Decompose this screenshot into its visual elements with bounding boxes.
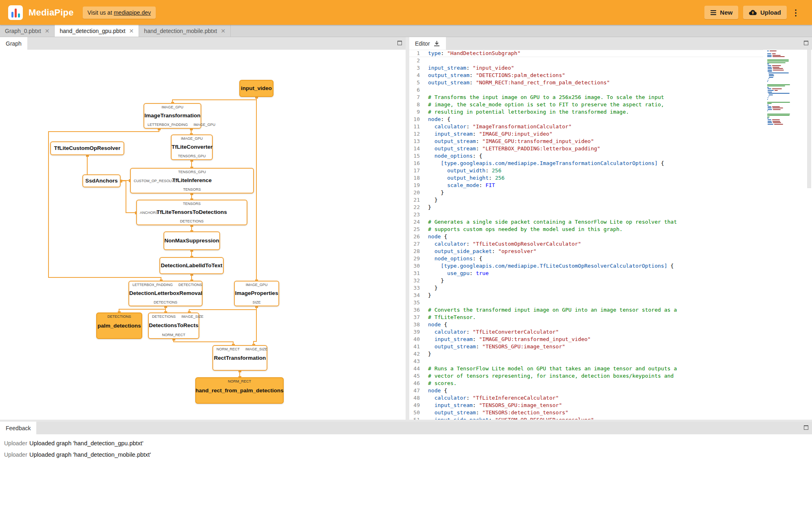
new-button[interactable]: New [704,6,738,19]
app-title: MediaPipe [29,7,74,18]
node-title: palm_detections [97,323,141,329]
line-number: 4 [409,72,428,79]
file-tab-hand-detection-mobile[interactable]: hand_detection_mobile.pbtxt ✕ [139,25,231,37]
line-number: 51 [409,416,428,420]
code-line: 14 output_stream: "LETTERBOX_PADDING:let… [409,145,763,152]
node-image-properties[interactable]: IMAGE_GPU ImageProperties SIZE [234,281,279,306]
download-icon[interactable] [433,40,440,47]
mediapipe-dev-link[interactable]: mediapipe.dev [114,9,151,16]
node-hand-rect-from-palm-detections[interactable]: NORM_RECT hand_rect_from_palm_detections [195,377,284,404]
code-line: 34} [409,292,763,299]
node-detection-label-id-to-text[interactable]: DetectionLabelIdToText [159,257,224,274]
code-line: 1type: "HandDetectionSubgraph" [409,50,763,57]
more-options-kebab-icon[interactable]: ⋮ [789,6,802,19]
port-label: IMAGE_SIZE [181,315,203,319]
minimap[interactable] [767,51,805,420]
close-tab-icon[interactable]: ✕ [221,28,225,34]
minimap-line [768,97,805,98]
code-line: 4output_stream: "DETECTIONS:palm_detecti… [409,72,763,79]
code-line: 35 [409,299,763,306]
minimap-line [767,61,805,62]
mediapipe-logo-icon [8,5,23,20]
minimap-line [767,53,805,54]
minimap-line [767,86,805,86]
line-number: 5 [409,79,428,86]
node-image-transformation[interactable]: IMAGE_GPU ImageTransformation LETTERBOX_… [143,103,201,129]
minimap-line [768,106,805,107]
line-number: 17 [409,167,428,174]
line-number: 15 [409,152,428,160]
port-label: DETECTIONS [154,300,177,304]
feedback-source: Uploader [4,451,29,458]
port-label: TENSORS [183,202,201,206]
code-line: 3input_stream: "input_video" [409,64,763,72]
editor-scrollbar[interactable] [806,50,812,420]
port-label: DETECTIONS [180,219,203,223]
minimap-line [768,90,805,91]
code-line: 9# resulting in potential letterboxing i… [409,108,763,116]
graph-canvas[interactable]: input_video IMAGE_GPU ImageTransformatio… [0,50,406,420]
node-tflite-custom-op-resolver[interactable]: TfLiteCustomOpResolver [50,141,124,155]
line-number: 46 [409,380,428,387]
minimap-line [769,75,805,76]
line-number: 7 [409,94,428,101]
maximize-icon[interactable] [804,425,808,430]
port-label: IMAGE_GPU [181,136,203,141]
file-tab-hand-detection-gpu[interactable]: hand_detection_gpu.pbtxt ✕ [55,25,139,37]
node-detections-to-rects[interactable]: DETECTIONS IMAGE_SIZE DetectionsToRects … [148,312,199,339]
vertical-splitter[interactable] [406,37,409,420]
minimap-line [768,71,805,72]
port-label: TENSORS [183,187,201,191]
node-ssd-anchors[interactable]: SsdAnchors [82,174,121,187]
port-label: NORM_RECT [216,347,240,351]
port-label: SIZE [252,300,260,304]
line-number: 38 [409,321,428,328]
minimap-line [768,124,805,125]
node-rect-transformation[interactable]: NORM_RECT IMAGE_SIZE RectTransformation [212,345,267,371]
code-line: 44# Runs a TensorFlow Lite model on GPU … [409,365,763,372]
line-number: 32 [409,277,428,284]
maximize-icon[interactable] [804,41,808,45]
line-number: 42 [409,350,428,358]
line-number: 29 [409,255,428,262]
node-tflite-inference[interactable]: TENSORS_GPU CUSTOM_OP_RESOLVER TfLiteInf… [130,168,254,194]
code-editor[interactable]: 1type: "HandDetectionSubgraph"23input_st… [409,50,812,420]
code-line: 37# TfLiteTensor. [409,314,763,321]
feedback-panel: Uploader Uploaded graph 'hand_detection_… [0,434,812,506]
port-label: NORM_RECT [228,379,251,383]
file-tab-graph-0[interactable]: Graph_0.pbtxt ✕ [0,25,55,37]
line-number: 34 [409,292,428,299]
node-detection-letterbox-removal[interactable]: LETTERBOX_PADDING DETECTIONS DetectionLe… [128,281,203,306]
code-line: 26node { [409,233,763,240]
code-line: 43 [409,358,763,365]
minimap-line [768,108,805,108]
code-line: 7# Transforms the input image on GPU to … [409,94,763,101]
node-non-max-suppression[interactable]: NonMaxSuppression [163,231,220,250]
tab-graph[interactable]: Graph [0,37,27,50]
line-number: 9 [409,108,428,116]
node-tflite-converter[interactable]: IMAGE_GPU TfLiteConverter TENSORS_GPU [171,134,213,160]
tab-editor[interactable]: Editor [409,37,446,50]
tab-feedback[interactable]: Feedback [0,422,36,434]
new-icon [710,10,717,15]
node-title: DetectionsToRects [149,323,199,329]
line-number: 39 [409,328,428,336]
node-input-video[interactable]: input_video [239,80,274,97]
scrollbar-thumb[interactable] [807,50,811,188]
port-label: NORM_RECT [162,333,185,337]
line-number: 33 [409,284,428,292]
minimap-line [767,114,805,114]
line-number: 45 [409,372,428,380]
node-tflite-tensors-to-detections[interactable]: TENSORS ANCHORS TfLiteTensorsToDetection… [136,200,247,225]
minimap-line [768,92,805,92]
close-tab-icon[interactable]: ✕ [45,28,50,34]
line-number: 31 [409,270,428,277]
minimap-line [767,99,805,100]
upload-button[interactable]: Upload [743,6,787,19]
close-tab-icon[interactable]: ✕ [129,28,134,34]
minimap-line [768,121,805,122]
maximize-icon[interactable] [397,41,402,45]
node-palm-detections[interactable]: DETECTIONS palm_detections [96,312,142,339]
node-title: RectTransformation [213,355,267,361]
feedback-message: Uploaded graph 'hand_detection_gpu.pbtxt… [29,440,143,447]
